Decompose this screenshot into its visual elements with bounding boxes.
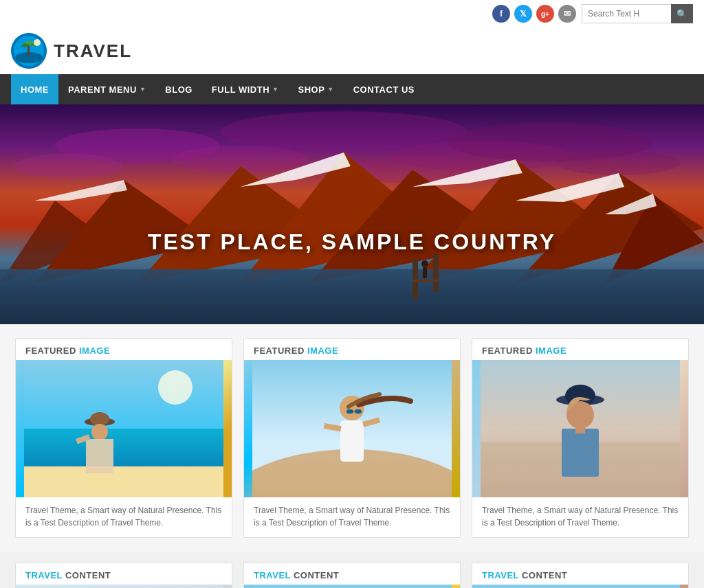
navbar: HOME PARENT MENU ▼ BLOG FULL WIDTH ▼ SHO… <box>0 74 704 104</box>
search-button[interactable]: 🔍 <box>671 4 693 23</box>
travel-card-3: TRAVEL CONTENT <box>472 563 689 588</box>
travel-card-2-accent: TRAVEL <box>254 570 291 580</box>
travel-card-2-image[interactable] <box>244 585 460 588</box>
logo-circle <box>11 33 47 69</box>
girl-book-svg <box>24 585 223 588</box>
search-input[interactable] <box>582 4 671 23</box>
card-3-description: Travel Theme, a Smart way of Natural Pre… <box>472 497 688 529</box>
facebook-icon[interactable]: f <box>492 5 510 23</box>
svg-rect-3 <box>28 45 30 56</box>
featured-cards-section: FEATURED IMAGE <box>0 324 704 552</box>
chevron-down-icon-shop: ▼ <box>327 86 333 93</box>
chevron-down-icon-fw: ▼ <box>272 86 278 93</box>
svg-rect-52 <box>355 409 362 414</box>
beach-scene-svg <box>24 360 223 497</box>
hero-title: TEST PLACE, SAMPLE COUNTRY <box>148 229 556 255</box>
logo-svg <box>11 33 47 69</box>
girls-beach-svg <box>252 585 452 588</box>
hero-section: TEST PLACE, SAMPLE COUNTRY <box>0 104 704 324</box>
nav-blog[interactable]: BLOG <box>155 74 202 104</box>
svg-rect-43 <box>86 439 113 473</box>
featured-cards-row: FEATURED IMAGE <box>15 338 689 538</box>
svg-rect-59 <box>562 429 599 477</box>
nav-shop[interactable]: SHOP ▼ <box>288 74 343 104</box>
card-1-header: FEATURED IMAGE <box>16 339 232 360</box>
travel-card-3-accent: TRAVEL <box>482 570 519 580</box>
header: TRAVEL <box>0 27 704 74</box>
card-1-description: Travel Theme, a Smart way of Natural Pre… <box>16 497 232 529</box>
nav-parent-menu[interactable]: PARENT MENU ▼ <box>58 74 155 104</box>
card-3-image[interactable] <box>472 360 688 497</box>
travel-card-1-image[interactable] <box>16 585 232 588</box>
card-1-accent: IMAGE <box>79 346 110 356</box>
card-1-image[interactable] <box>16 360 232 497</box>
travel-card-3-header: TRAVEL CONTENT <box>472 563 688 585</box>
desert-scene-svg <box>252 360 452 497</box>
top-bar: f 𝕏 g+ ✉ 🔍 <box>0 0 704 27</box>
logo[interactable]: TRAVEL <box>11 33 132 69</box>
card-2-header: FEATURED IMAGE <box>244 339 460 360</box>
google-plus-icon[interactable]: g+ <box>536 5 554 23</box>
couple-beach-svg <box>481 585 680 588</box>
travel-section: TRAVEL CONTENT <box>0 552 704 588</box>
travel-card-2: TRAVEL CONTENT <box>243 563 461 588</box>
travel-card-1: TRAVEL CONTENT <box>15 563 232 588</box>
email-icon[interactable]: ✉ <box>558 5 576 23</box>
portrait-scene-svg <box>481 360 680 497</box>
svg-rect-51 <box>346 409 353 414</box>
featured-card-1: FEATURED IMAGE <box>15 338 232 538</box>
featured-card-2: FEATURED IMAGE <box>243 338 461 538</box>
svg-rect-77 <box>481 585 680 588</box>
card-2-description: Travel Theme, a Smart way of Natural Pre… <box>244 497 460 529</box>
hero-overlay: TEST PLACE, SAMPLE COUNTRY <box>0 104 704 324</box>
nav-home[interactable]: HOME <box>11 74 58 104</box>
card-3-accent: IMAGE <box>536 346 566 356</box>
svg-point-42 <box>91 424 108 440</box>
featured-card-3: FEATURED IMAGE <box>472 338 689 538</box>
svg-rect-60 <box>575 425 585 433</box>
search-bar: 🔍 <box>582 4 693 23</box>
chevron-down-icon: ▼ <box>140 86 146 93</box>
travel-cards-row: TRAVEL CONTENT <box>15 563 689 588</box>
travel-card-2-header: TRAVEL CONTENT <box>244 563 460 585</box>
svg-rect-48 <box>340 420 364 462</box>
card-2-image[interactable] <box>244 360 460 497</box>
travel-card-1-header: TRAVEL CONTENT <box>16 563 232 585</box>
svg-point-39 <box>158 370 192 405</box>
nav-contact-us[interactable]: CONTACT US <box>344 74 424 104</box>
svg-rect-61 <box>24 585 223 588</box>
svg-rect-69 <box>252 585 452 588</box>
social-icons: f 𝕏 g+ ✉ <box>492 5 576 23</box>
svg-point-7 <box>34 39 41 46</box>
svg-rect-38 <box>24 466 223 497</box>
svg-point-6 <box>25 41 33 45</box>
twitter-icon[interactable]: 𝕏 <box>514 5 532 23</box>
card-3-header: FEATURED IMAGE <box>472 339 688 360</box>
svg-rect-37 <box>24 429 223 470</box>
logo-text: TRAVEL <box>54 41 132 62</box>
travel-card-1-accent: TRAVEL <box>25 570 63 580</box>
nav-full-width[interactable]: FULL WIDTH ▼ <box>202 74 289 104</box>
travel-card-3-image[interactable] <box>472 585 688 588</box>
card-2-accent: IMAGE <box>307 346 338 356</box>
